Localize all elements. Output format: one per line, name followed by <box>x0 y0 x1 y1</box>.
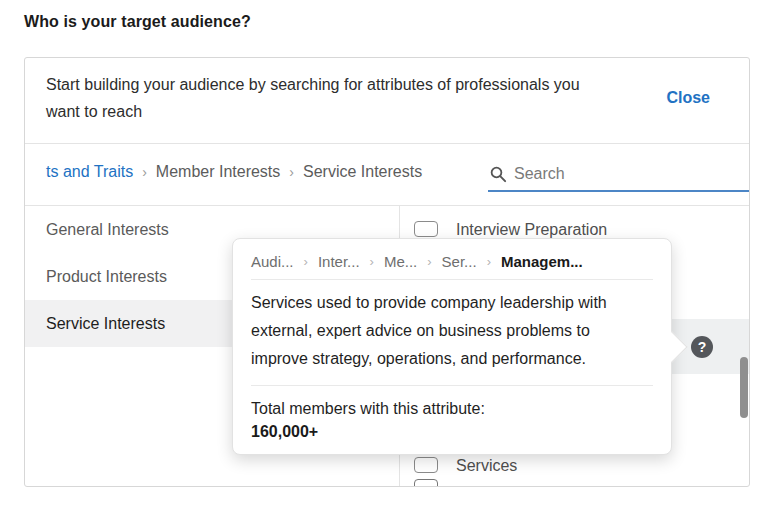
tooltip-description: Services used to provide company leaders… <box>251 289 649 373</box>
tooltip-total-value: 160,000+ <box>251 420 653 443</box>
tooltip-breadcrumb-item-current: Managem... <box>501 253 583 270</box>
banner-message: Start building your audience by searchin… <box>46 71 601 125</box>
tooltip-breadcrumb: Audi... › Inter... › Me... › Ser... › Ma… <box>251 239 653 270</box>
chevron-right-icon: › <box>360 254 384 269</box>
tooltip-total-label: Total members with this attribute: <box>251 397 653 420</box>
checkbox-unchecked-icon[interactable] <box>414 479 438 486</box>
audience-builder-screen: Who is your target audience? Start build… <box>0 0 768 515</box>
breadcrumb-item-member-interests[interactable]: Member Interests <box>156 163 280 181</box>
breadcrumb-item-service-interests: Service Interests <box>303 163 422 181</box>
search-icon <box>489 165 507 183</box>
search-underline <box>488 190 749 192</box>
breadcrumb-search-row: ts and Traits › Member Interests › Servi… <box>25 144 749 205</box>
category-item-label: General Interests <box>46 221 169 238</box>
breadcrumb: ts and Traits › Member Interests › Servi… <box>46 163 422 181</box>
tooltip-breadcrumb-item: Audi... <box>251 253 294 270</box>
tooltip-breadcrumb-item: Me... <box>384 253 417 270</box>
tooltip-divider <box>251 385 653 386</box>
search-input[interactable] <box>514 161 744 187</box>
category-item-label: Service Interests <box>46 315 165 332</box>
chevron-right-icon: › <box>280 164 303 180</box>
tooltip-breadcrumb-item: Ser... <box>442 253 477 270</box>
breadcrumb-item-attributes-and-traits[interactable]: ts and Traits <box>46 163 133 181</box>
close-button[interactable]: Close <box>666 89 710 107</box>
scrollbar-thumb[interactable] <box>740 357 748 418</box>
chevron-right-icon: › <box>133 164 156 180</box>
help-icon[interactable]: ? <box>691 336 713 358</box>
chevron-right-icon: › <box>477 254 501 269</box>
tooltip-divider <box>251 279 653 280</box>
chevron-right-icon: › <box>294 254 318 269</box>
tooltip-breadcrumb-item: Inter... <box>318 253 360 270</box>
chevron-right-icon: › <box>417 254 441 269</box>
search-box <box>488 156 749 192</box>
checkbox-unchecked-icon[interactable] <box>414 221 438 237</box>
category-item-label: Product Interests <box>46 268 167 285</box>
page-title: Who is your target audience? <box>24 13 251 31</box>
checkbox-unchecked-icon[interactable] <box>414 457 438 473</box>
attribute-tooltip: Audi... › Inter... › Me... › Ser... › Ma… <box>232 238 672 455</box>
